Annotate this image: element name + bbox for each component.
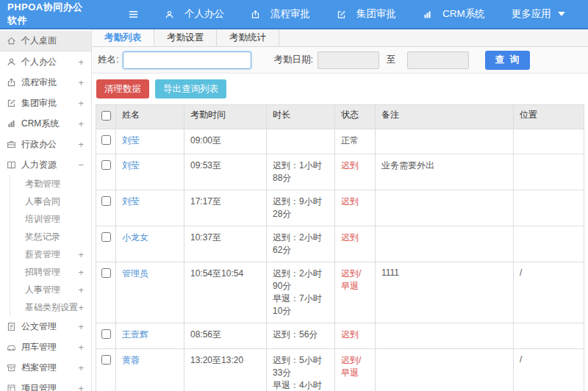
employee-name-link[interactable]: 小龙女 [122, 232, 148, 243]
date-from-input[interactable] [318, 51, 379, 69]
edit-icon [7, 98, 16, 108]
sidebar-item-human-resources[interactable]: 人力资源 − [0, 154, 91, 175]
col-header-duration: 时长 [267, 105, 335, 129]
employee-name-link[interactable]: 刘莹 [122, 196, 140, 207]
sidebar-item-label: 项目管理 [21, 382, 78, 391]
sidebar-subitem-rewards[interactable]: 奖惩记录 [10, 228, 91, 245]
tab-attendance-list[interactable]: 考勤列表 [92, 29, 154, 46]
expand-indicator: + [78, 98, 84, 109]
sidebar-subitem-personnel[interactable]: 人事管理 + [10, 281, 91, 298]
row-checkbox[interactable] [101, 196, 111, 206]
row-checkbox[interactable] [101, 160, 111, 170]
nav-label: 个人办公 [184, 7, 224, 21]
nav-crm-system[interactable]: CRM系统 [423, 7, 485, 21]
table-row: 小龙女 10:37至 迟到：2小时62分 迟到 [96, 226, 584, 262]
row-checkbox[interactable] [101, 268, 111, 278]
car-icon [7, 342, 16, 352]
duration-line: 迟到：1小时88分 [273, 159, 329, 184]
employee-name-link[interactable]: 刘莹 [122, 160, 140, 171]
sidebar-item-personal-desktop[interactable]: 个人桌面 [0, 31, 91, 51]
nav-process-approval[interactable]: 流程审批 [251, 7, 310, 21]
duration-cell: 迟到：5小时33分早退：4小时67分 [267, 349, 335, 391]
date-to-input[interactable] [407, 51, 469, 69]
employee-name-link[interactable]: 刘莹 [122, 135, 140, 146]
table-row: 黄蓉 13:20至13:20 迟到：5小时33分早退：4小时67分 迟到/早退 … [96, 349, 584, 391]
query-button[interactable]: 查 询 [485, 51, 529, 70]
expand-indicator: + [78, 342, 84, 353]
tab-attendance-settings[interactable]: 考勤设置 [154, 29, 217, 46]
export-list-button[interactable]: 导出查询列表 [155, 79, 226, 98]
note-cell [376, 323, 514, 349]
status-cell: 迟到 [335, 226, 376, 262]
sidebar-item-crm-system[interactable]: CRM系统 + [0, 113, 91, 134]
top-header: PHPOA协同办公软件 个人办公 流程审批 集团审批 [0, 0, 588, 29]
nav-label: CRM系统 [442, 7, 485, 21]
tab-attendance-stats[interactable]: 考勤统计 [217, 29, 279, 46]
location-cell: / [514, 262, 584, 323]
sidebar-subitem-base-category[interactable]: 基础类别设置 + [10, 298, 91, 316]
select-all-checkbox[interactable] [101, 111, 111, 121]
row-check-cell [96, 129, 116, 154]
sidebar-item-label: CRM系统 [21, 118, 78, 130]
expand-indicator: + [78, 284, 84, 295]
date-label: 考勤日期: [273, 54, 312, 66]
sidebar-subitem-training[interactable]: 培训管理 [10, 210, 91, 228]
sidebar-subitem-hr-contract[interactable]: 人事合同 [10, 193, 91, 210]
hamburger-menu-icon[interactable] [127, 9, 140, 20]
sidebar-item-vehicle-mgmt[interactable]: 用车管理 + [0, 337, 91, 357]
sidebar-item-process-approval[interactable]: 流程审批 + [0, 72, 91, 93]
sidebar-item-label: 流程审批 [21, 76, 78, 89]
sidebar-item-personal-office[interactable]: 个人办公 + [0, 51, 91, 72]
sidebar-subitem-salary[interactable]: 薪资管理 + [10, 245, 91, 263]
name-cell: 王壹辉 [116, 323, 184, 349]
app-logo: PHPOA协同办公软件 [0, 1, 92, 27]
action-buttons: 清理数据 导出查询列表 [92, 73, 588, 104]
sidebar-subitem-label: 奖惩记录 [25, 231, 60, 243]
collapse-indicator: − [78, 159, 84, 171]
duration-cell: 迟到：9小时28分 [267, 190, 335, 226]
col-header-note: 备注 [376, 105, 514, 129]
duration-line: 早退：7小时10分 [273, 293, 329, 318]
note-cell [376, 349, 514, 391]
time-cell: 09:00至 [184, 129, 267, 154]
row-checkbox[interactable] [101, 232, 111, 242]
sidebar-subitem-label: 人事管理 [25, 284, 60, 296]
sidebar-item-archive-mgmt[interactable]: 档案管理 + [0, 357, 91, 378]
clean-data-button[interactable]: 清理数据 [96, 79, 149, 98]
sidebar-subitem-recruiting[interactable]: 招聘管理 + [10, 263, 91, 281]
employee-name-link[interactable]: 管理员 [122, 268, 148, 279]
name-label: 姓名: [98, 54, 118, 66]
edit-icon [337, 10, 346, 19]
expand-indicator: + [78, 118, 84, 129]
sidebar-item-project-mgmt[interactable]: 项目管理 + [0, 378, 91, 391]
location-cell [514, 190, 584, 226]
name-cell: 小龙女 [116, 226, 184, 262]
sidebar-item-document-mgmt[interactable]: 公文管理 + [0, 316, 91, 337]
expand-indicator: + [78, 249, 84, 260]
employee-name-link[interactable]: 黄蓉 [122, 355, 140, 365]
name-input[interactable] [123, 51, 251, 69]
status-cell: 迟到 [335, 323, 376, 349]
duration-cell: 迟到：2小时62分 [267, 226, 335, 262]
employee-name-link[interactable]: 王壹辉 [122, 329, 148, 340]
project-board-icon [7, 384, 16, 391]
row-checkbox[interactable] [101, 329, 111, 339]
nav-group-approval[interactable]: 集团审批 [337, 7, 396, 21]
location-cell: / [514, 349, 584, 391]
sidebar-item-group-approval[interactable]: 集团审批 + [0, 93, 91, 113]
row-check-cell [96, 154, 116, 190]
chart-icon [7, 119, 16, 129]
sidebar-subitem-attendance[interactable]: 考勤管理 [10, 175, 91, 193]
sidebar-subitem-label: 薪资管理 [25, 248, 60, 261]
row-checkbox[interactable] [101, 355, 111, 365]
table-header-row: 姓名 考勤时间 时长 状态 备注 位置 [96, 105, 584, 129]
sidebar-item-admin-office[interactable]: 行政办公 + [0, 134, 91, 154]
note-cell: 业务需要外出 [376, 154, 514, 190]
nav-more-apps[interactable]: 更多应用 [512, 7, 565, 21]
expand-indicator: + [78, 139, 84, 150]
table-row: 王壹辉 08:56至 迟到：56分 迟到 [96, 323, 584, 349]
row-checkbox[interactable] [101, 135, 111, 145]
nav-personal-office[interactable]: 个人办公 [165, 7, 224, 21]
time-cell: 08:56至 [184, 323, 267, 349]
status-cell: 迟到 [335, 154, 376, 190]
